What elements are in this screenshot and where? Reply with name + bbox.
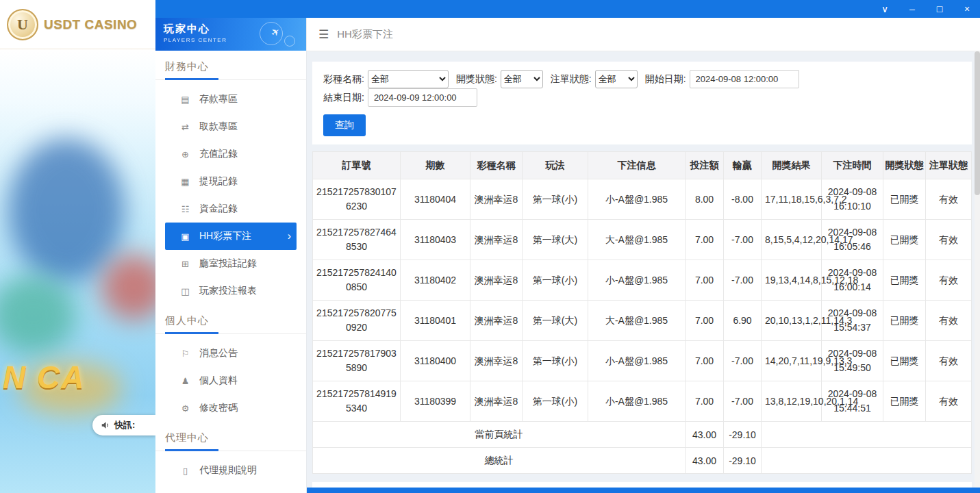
sidebar-item-messages[interactable]: ⚐消息公告 <box>165 340 297 367</box>
table-cell: 2152172578301076230 <box>313 179 401 220</box>
table-cell: 7.00 <box>686 341 724 381</box>
section-heading: 代理中心 <box>165 431 297 451</box>
section-accent <box>165 332 218 334</box>
table-cell: 7.00 <box>686 381 724 422</box>
column-header: 開獎結果 <box>762 152 822 179</box>
sidebar-item-profile[interactable]: ♟個人資料 <box>165 367 297 394</box>
table-cell: 第一球(小) <box>523 260 588 301</box>
sidebar-item-player-bet-report[interactable]: ◫玩家投注報表 <box>165 277 297 305</box>
table-cell: 31180399 <box>401 381 470 422</box>
sidebar-item-label: 資金記錄 <box>199 203 238 215</box>
promo-decoration <box>0 275 76 354</box>
table-cell: 已開獎 <box>883 341 926 381</box>
column-header: 訂單號 <box>313 152 401 179</box>
table-cell: 31180400 <box>401 341 470 381</box>
sidebar-item-hh-lottery-bets[interactable]: ▣HH彩票下注› <box>165 223 297 250</box>
page-title: HH彩票下注 <box>337 28 393 41</box>
draw-status-label: 開獎狀態: <box>456 73 497 86</box>
table-cell: 小-A盤@1.985 <box>588 179 686 220</box>
sidebar-item-label: 取款專區 <box>199 121 238 133</box>
summary-row: 當前頁統計43.00-29.10 <box>313 422 972 448</box>
table-cell: 已開獎 <box>883 301 926 341</box>
footer-strip <box>307 488 980 493</box>
sidebar-item-deposit[interactable]: ▤存款專區 <box>165 86 297 113</box>
section-accent <box>165 449 218 451</box>
filter-panel: 彩種名稱: 全部 開獎狀態: 全部 <box>312 62 972 144</box>
logo: U USDT CASINO <box>0 0 155 49</box>
deposit-card-icon: ▤ <box>179 94 191 105</box>
sidebar-item-withdraw[interactable]: ⇄取款專區 <box>165 113 297 140</box>
table-cell: 大-A盤@1.985 <box>588 301 686 341</box>
window-maximize-button[interactable]: □ <box>935 4 944 14</box>
sidebar-item-agent-rules[interactable]: ▯代理規則說明 <box>165 457 297 484</box>
table-cell: 7.00 <box>686 301 724 341</box>
table-cell: 8,15,5,4,12,20,14,17 <box>762 220 822 260</box>
sidebar-item-change-password[interactable]: ⚙修改密碼 <box>165 394 297 422</box>
sidebar-item-fund-records[interactable]: ☷資金記錄 <box>165 195 297 223</box>
sidebar-section: 個人中心⚐消息公告♟個人資料⚙修改密碼 <box>155 314 306 422</box>
table-row: 215217257820775092031180401澳洲幸运8第一球(大)大-… <box>313 301 972 341</box>
fund-record-icon: ☷ <box>179 204 191 214</box>
content-topbar: ☰ HH彩票下注 <box>307 18 980 51</box>
table-cell: 第一球(小) <box>523 341 588 381</box>
room-record-icon: ⊞ <box>179 259 191 269</box>
lottery-name-label: 彩種名稱: <box>323 73 364 86</box>
table-cell: 有效 <box>926 260 972 301</box>
window-close-button[interactable]: × <box>962 4 972 14</box>
lottery-name-select[interactable]: 全部 <box>368 70 449 88</box>
section-heading: 個人中心 <box>165 314 297 333</box>
sidebar-menu: 財務中心▤存款專區⇄取款專區⊕充值記錄▦提現記錄☷資金記錄▣HH彩票下注›⊞廳室… <box>155 60 306 484</box>
table-cell: 小-A盤@1.985 <box>588 381 686 422</box>
section-divider <box>155 451 306 451</box>
vertical-scrollbar[interactable] <box>975 51 980 488</box>
table-cell: 2152172578179035890 <box>313 341 401 381</box>
table-cell: 17,11,18,15,6,3,7,2 <box>762 179 822 220</box>
table-cell: 2152172578241400850 <box>313 260 401 301</box>
logo-text: USDT CASINO <box>44 17 137 32</box>
table-cell: 19,13,4,14,8,15,12,18 <box>762 260 822 301</box>
order-status-select[interactable]: 全部 <box>595 70 638 88</box>
window-minimize-button[interactable]: – <box>907 4 917 14</box>
sidebar: 玩家中心 PLAYERS CENTER ✈ 財務中心▤存款專區⇄取款專區⊕充值記… <box>155 18 307 493</box>
sidebar-item-recharge-records[interactable]: ⊕充值記錄 <box>165 140 297 168</box>
summary-filler <box>762 448 972 474</box>
summary-winloss-total: -29.10 <box>724 448 762 474</box>
app: U USDT CASINO N CA 快訊: ∨ – □ × <box>0 0 980 493</box>
end-date-input[interactable] <box>368 88 477 107</box>
column-header: 下注信息 <box>588 152 686 179</box>
table-cell: 31180402 <box>401 260 470 301</box>
summary-row: 總統計43.00-29.10 <box>313 448 972 474</box>
summary-winloss-total: -29.10 <box>724 422 762 448</box>
chevron-right-icon: › <box>288 230 291 242</box>
summary-bet-total: 43.00 <box>686 448 724 474</box>
sidebar-item-room-bet-records[interactable]: ⊞廳室投註記錄 <box>165 250 297 277</box>
withdraw-icon: ⇄ <box>179 122 191 132</box>
search-button[interactable]: 查詢 <box>323 114 366 136</box>
end-date-label: 結束日期: <box>323 92 364 104</box>
table-cell: -7.00 <box>724 381 762 422</box>
column-header: 投注額 <box>686 152 724 179</box>
document-icon: ▯ <box>179 466 191 476</box>
table-cell: -7.00 <box>724 220 762 260</box>
table-cell: 31180401 <box>401 301 470 341</box>
news-ticker-button[interactable]: 快訊: <box>92 415 155 435</box>
column-header: 下注時間 <box>822 152 883 179</box>
promo-decoration <box>8 138 125 282</box>
bets-table: 訂單號期數彩種名稱玩法下注信息投注額輸贏開獎結果下注時間開獎狀態注單狀態 215… <box>312 151 972 474</box>
promo-image: N CA 快訊: <box>0 49 155 493</box>
pagination-bar: 每頁顯示20條 共6条 首页 上一页 1 下一页 第 页 跳转 <box>312 482 972 488</box>
sidebar-item-label: 修改密碼 <box>199 402 238 414</box>
start-date-input[interactable] <box>690 70 799 88</box>
sidebar-item-withdraw-records[interactable]: ▦提現記錄 <box>165 168 297 195</box>
sidebar-section: 財務中心▤存款專區⇄取款專區⊕充值記錄▦提現記錄☷資金記錄▣HH彩票下注›⊞廳室… <box>155 60 306 305</box>
table-cell: 有效 <box>926 179 972 220</box>
column-header: 輸贏 <box>724 152 762 179</box>
speaker-icon <box>101 420 110 430</box>
summary-label: 總統計 <box>313 448 686 474</box>
scrollbar-thumb[interactable] <box>975 51 980 195</box>
main-content: ☰ HH彩票下注 彩種名稱: 全部 <box>307 18 980 493</box>
menu-toggle-icon[interactable]: ☰ <box>318 27 329 42</box>
window-dropdown-button[interactable]: ∨ <box>880 4 890 14</box>
draw-status-select[interactable]: 全部 <box>501 70 543 88</box>
section-heading: 財務中心 <box>165 60 297 79</box>
